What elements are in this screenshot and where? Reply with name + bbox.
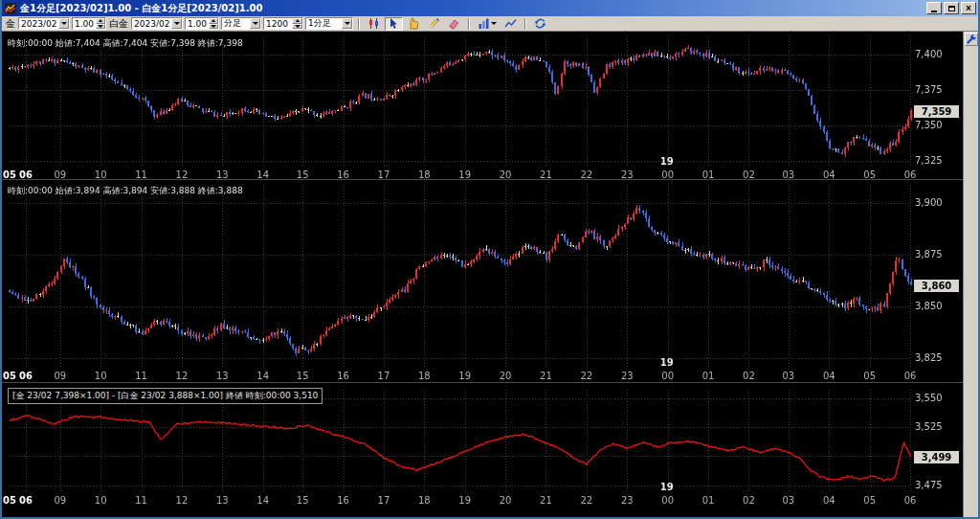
candlestick-chart-icon[interactable] bbox=[365, 17, 383, 31]
bar-chart-icon[interactable] bbox=[475, 17, 500, 31]
chevron-down-icon[interactable] bbox=[58, 18, 69, 29]
toolbar-separator bbox=[468, 18, 470, 30]
x-axis-label: 23 bbox=[617, 371, 636, 381]
x-axis-label: 22 bbox=[577, 371, 596, 381]
line-chart-icon[interactable] bbox=[501, 17, 520, 31]
x-axis-label: 02 bbox=[739, 371, 758, 381]
platinum-multiplier-input[interactable]: 1.00 bbox=[185, 17, 219, 30]
chevron-down-icon[interactable] bbox=[250, 18, 260, 29]
bar-type-select[interactable]: 分足 bbox=[221, 17, 261, 30]
chevron-down-icon[interactable] bbox=[342, 18, 352, 29]
x-axis-label: 14 bbox=[254, 371, 273, 381]
chevron-down-icon[interactable] bbox=[171, 18, 182, 29]
gold-last-price-badge: 7,359 bbox=[914, 105, 959, 118]
y-axis-label: 7,400 bbox=[915, 49, 943, 60]
y-axis-label: 7,350 bbox=[915, 120, 943, 131]
timeframe-value: 1分足 bbox=[306, 17, 333, 30]
x-axis-label: 15 bbox=[293, 495, 312, 506]
x-axis-label: 00 bbox=[658, 371, 678, 381]
x-axis-label: 06 bbox=[16, 495, 35, 506]
platinum-ohlc-info: 時刻:00:00 始値:3,894 高値:3,894 安値:3,888 終値:3… bbox=[8, 185, 243, 197]
platinum-month-value: 2023/02 bbox=[132, 19, 171, 29]
x-axis-label: 21 bbox=[536, 495, 555, 506]
gold-chart-canvas[interactable] bbox=[2, 32, 963, 179]
x-axis-label: 04 bbox=[819, 371, 838, 381]
platinum-chart-canvas[interactable] bbox=[2, 179, 963, 382]
spinner-buttons[interactable] bbox=[292, 18, 302, 29]
date-label: 19 bbox=[660, 357, 674, 368]
x-axis-label: 01 bbox=[699, 371, 718, 381]
bar-count-input[interactable]: 1200 bbox=[263, 17, 303, 30]
y-axis-label: 3,525 bbox=[915, 421, 943, 433]
pencil-icon[interactable] bbox=[425, 17, 443, 31]
x-axis-label: 14 bbox=[254, 495, 273, 506]
titlebar[interactable]: 金1分足[2023/02]1.00 - 白金1分足[2023/02]1.00 × bbox=[2, 0, 978, 16]
gold-ohlc-info: 時刻:00:00 始値:7,404 高値:7,404 安値:7,398 終値:7… bbox=[8, 37, 243, 50]
y-axis-label: 3,850 bbox=[915, 301, 943, 312]
pan-hand-icon[interactable] bbox=[405, 17, 423, 31]
minimize-icon bbox=[931, 11, 937, 12]
x-axis-label: 06 bbox=[16, 371, 35, 381]
wrench-icon[interactable] bbox=[965, 33, 978, 46]
y-axis-label: 3,900 bbox=[915, 197, 943, 209]
gold-month-select[interactable]: 2023/02 bbox=[18, 17, 70, 30]
y-axis-label: 3,475 bbox=[915, 480, 943, 491]
x-axis-label: 04 bbox=[819, 495, 838, 506]
x-axis-label: 09 bbox=[51, 495, 70, 506]
x-axis-label: 05 bbox=[860, 371, 880, 381]
gold-label: 金 bbox=[5, 17, 16, 31]
x-axis-label: 02 bbox=[739, 495, 758, 506]
x-axis-label: 13 bbox=[212, 371, 232, 381]
x-axis-label: 15 bbox=[293, 371, 312, 381]
x-axis-label: 11 bbox=[132, 495, 151, 506]
date-label: 19 bbox=[660, 482, 674, 492]
gold-chart-panel[interactable]: 時刻:00:00 始値:7,404 高値:7,404 安値:7,398 終値:7… bbox=[2, 32, 963, 179]
spread-last-price-badge: 3,499 bbox=[914, 451, 959, 463]
cursor-icon[interactable] bbox=[385, 17, 403, 31]
x-axis-label: 06 bbox=[901, 495, 920, 506]
spinner-buttons[interactable] bbox=[209, 18, 218, 29]
close-button[interactable]: × bbox=[961, 2, 976, 14]
app-icon bbox=[4, 2, 16, 14]
minimize-button[interactable] bbox=[926, 2, 942, 14]
close-icon: × bbox=[966, 4, 971, 13]
x-axis-label: 10 bbox=[91, 495, 110, 506]
platinum-chart-panel[interactable]: 時刻:00:00 始値:3,894 高値:3,894 安値:3,888 終値:3… bbox=[2, 179, 963, 382]
panel-divider[interactable] bbox=[2, 179, 963, 180]
y-axis-label: 3,550 bbox=[915, 393, 943, 404]
platinum-month-select[interactable]: 2023/02 bbox=[131, 17, 183, 30]
chevron-down-icon bbox=[491, 22, 497, 25]
x-axis-label: 01 bbox=[699, 495, 718, 506]
x-axis-label: 00 bbox=[658, 495, 678, 506]
platinum-multiplier-value: 1.00 bbox=[186, 19, 209, 29]
date-label: 19 bbox=[660, 156, 674, 167]
maximize-icon bbox=[948, 6, 955, 11]
bar-type-value: 分足 bbox=[222, 17, 243, 30]
maximize-button[interactable] bbox=[944, 2, 959, 14]
x-axis-label: 03 bbox=[779, 371, 798, 381]
x-axis-label: 17 bbox=[374, 371, 393, 381]
spread-chart-panel[interactable]: [金 23/02 7,398×1.00] - [白金 23/02 3,888×1… bbox=[2, 382, 963, 517]
window-title: 金1分足[2023/02]1.00 - 白金1分足[2023/02]1.00 bbox=[20, 2, 924, 15]
timeframe-select[interactable]: 1分足 bbox=[305, 17, 353, 30]
toolbar-separator bbox=[524, 18, 526, 30]
x-axis-label: 03 bbox=[779, 495, 798, 506]
platinum-label: 白金 bbox=[108, 17, 129, 31]
x-axis-label: 13 bbox=[212, 495, 232, 506]
panel-divider[interactable] bbox=[2, 382, 963, 383]
eraser-icon[interactable] bbox=[445, 17, 463, 31]
x-axis-label: 06 bbox=[901, 371, 920, 381]
x-axis-label: 23 bbox=[617, 495, 636, 506]
x-axis-label: 22 bbox=[577, 495, 596, 506]
refresh-icon[interactable] bbox=[531, 17, 549, 31]
y-axis-label: 7,375 bbox=[915, 84, 943, 96]
gold-multiplier-input[interactable]: 1.00 bbox=[72, 17, 106, 30]
x-axis-label: 19 bbox=[456, 371, 475, 381]
chart-area: 時刻:00:00 始値:7,404 高値:7,404 安値:7,398 終値:7… bbox=[2, 32, 963, 517]
x-axis-label: 18 bbox=[414, 371, 434, 381]
app-window: 金1分足[2023/02]1.00 - 白金1分足[2023/02]1.00 ×… bbox=[0, 0, 980, 519]
toolbar: 金 2023/02 1.00 白金 2023/02 1.00 分足 1200 1… bbox=[2, 16, 978, 32]
x-axis-label: 16 bbox=[334, 371, 353, 381]
x-axis-label: 18 bbox=[414, 495, 434, 506]
spinner-buttons[interactable] bbox=[96, 18, 105, 29]
